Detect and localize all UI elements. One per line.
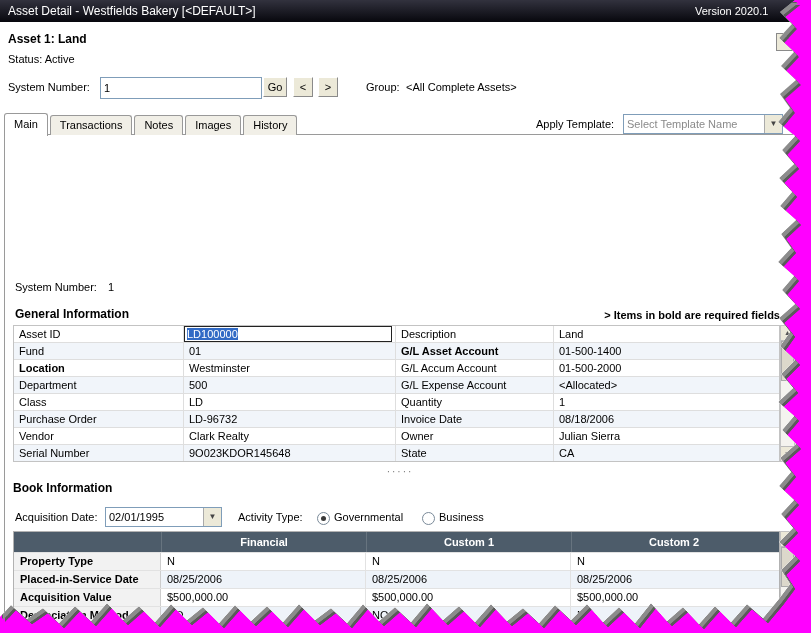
book-table-header: Financial Custom 1 Custom 2 [14,532,779,552]
activity-type-label: Activity Type: [238,511,303,523]
apply-template-select[interactable]: Select Template Name ▼ [623,114,783,134]
tab-strip: Main Transactions Notes Images History [4,113,299,136]
field-value[interactable]: 1 [554,394,779,410]
window-title: Asset Detail - Westfields Bakery [<DEFAU… [8,4,256,18]
book-info-scrollbar[interactable]: ▲ [780,531,795,633]
table-row: Depreciation Method NO NO NO [14,606,779,624]
row-label: Property Type [14,553,161,570]
governmental-radio-label: Governmental [334,511,403,523]
column-header-blank [14,532,161,552]
cell-value[interactable]: 00 yrs 00 mos [366,625,571,633]
scrollbar-thumb[interactable] [781,547,794,587]
field-label: Owner [396,428,554,444]
table-row: Purchase Order LD-96732 Invoice Date 08/… [14,411,779,428]
field-label: State [396,445,554,461]
field-label: Description [396,326,554,342]
cell-value[interactable]: NO [161,607,366,624]
field-value[interactable]: Land [554,326,779,342]
scrollbar-thumb[interactable] [781,341,794,381]
table-row: Department 500 G/L Expense Account <Allo… [14,377,779,394]
version-label: Version 2020.1 [695,5,768,17]
field-value[interactable]: Julian Sierra [554,428,779,444]
scroll-up-icon[interactable]: ▲ [781,532,794,547]
table-row: Class LD Quantity 1 [14,394,779,411]
book-info-table: Financial Custom 1 Custom 2 Property Typ… [13,531,780,633]
cell-value[interactable]: NO [366,607,571,624]
table-row: Asset ID LD100000 Description Land [14,326,779,343]
asset-id-input[interactable]: LD100000 [184,326,392,342]
tab-transactions[interactable]: Transactions [50,115,133,135]
governmental-radio[interactable] [317,512,330,525]
cell-value[interactable]: 00 yrs 00 mos [161,625,366,633]
apply-template-value: Select Template Name [627,118,737,130]
tab-main[interactable]: Main [4,113,48,136]
field-value[interactable]: Westminster [184,360,396,376]
business-radio[interactable] [422,512,435,525]
acquisition-date-label: Acquisition Date: [15,511,98,523]
chevron-down-icon[interactable]: ▼ [203,508,221,526]
cell-value[interactable]: 08/25/2006 [161,571,366,588]
splitter-handle[interactable]: ····· [5,466,795,477]
field-value[interactable]: 01-500-1400 [554,343,779,359]
row-label: Acquisition Value [14,589,161,606]
next-asset-button[interactable]: > [318,77,338,97]
panel-system-number-label: System Number: [15,281,97,293]
status-text: Status: Active [8,53,75,65]
table-row: Location Westminster G/L Accum Account 0… [14,360,779,377]
tab-images[interactable]: Images [185,115,241,135]
cell-value[interactable]: 08/25/2006 [571,571,776,588]
cell-value[interactable]: $500,000.00 [366,589,571,606]
field-label: Department [14,377,184,393]
cell-value[interactable]: $500,000.00 [571,589,776,606]
field-label: Serial Number [14,445,184,461]
field-value[interactable]: 500 [184,377,396,393]
business-radio-label: Business [439,511,484,523]
field-value[interactable]: 01-500-2000 [554,360,779,376]
table-row: Acquisition Value $500,000.00 $500,000.0… [14,588,779,606]
system-number-input[interactable] [100,77,262,99]
field-value[interactable]: CA [554,445,779,461]
system-number-label: System Number: [8,81,90,93]
scroll-down-icon[interactable]: ▼ [781,446,794,461]
field-value[interactable]: 01 [184,343,396,359]
cell-value[interactable]: 08/25/2006 [366,571,571,588]
cell-value[interactable]: 00 yrs 00 mos [571,625,776,633]
cell-value[interactable]: N [366,553,571,570]
field-label: Asset ID [14,326,184,342]
chevron-down-icon[interactable]: ▼ [764,115,782,133]
column-header-custom1: Custom 1 [366,532,571,552]
tab-notes[interactable]: Notes [134,115,183,135]
field-value[interactable]: LD100000 [184,326,396,342]
asset-title: Asset 1: Land [8,32,87,46]
prev-asset-button[interactable]: < [293,77,313,97]
field-label: Location [14,360,184,376]
field-value[interactable]: 9O023KDOR145648 [184,445,396,461]
cell-value[interactable]: N [571,553,776,570]
group-value: <All Complete Assets> [406,81,517,93]
field-value[interactable]: Clark Realty [184,428,396,444]
row-label: Depreciation Method [14,607,161,624]
column-header-financial: Financial [161,532,366,552]
field-value[interactable]: 08/18/2006 [554,411,779,427]
field-value[interactable]: LD [184,394,396,410]
row-label: Estimated Life [14,625,161,633]
field-value[interactable]: <Allocated> [554,377,779,393]
general-info-table: Asset ID LD100000 Description Land Fund … [13,325,780,462]
general-info-scrollbar[interactable]: ▲ ▼ [780,325,795,462]
field-label: Fund [14,343,184,359]
book-information-heading: Book Information [13,481,112,495]
go-button[interactable]: Go [263,77,287,97]
tab-history[interactable]: History [243,115,297,135]
acquisition-date-select[interactable]: 02/01/1995 ▼ [105,507,222,527]
scroll-up-icon[interactable]: ▲ [781,326,794,341]
cell-value[interactable]: $500,000.00 [161,589,366,606]
field-label: Vendor [14,428,184,444]
panel-system-number-value: 1 [108,281,114,293]
apply-template-label: Apply Template: [536,118,614,130]
field-label: Invoice Date [396,411,554,427]
clipped-edge-button[interactable] [776,33,798,51]
cell-value[interactable]: NO [571,607,776,624]
field-value[interactable]: LD-96732 [184,411,396,427]
cell-value[interactable]: N [161,553,366,570]
field-label: Class [14,394,184,410]
